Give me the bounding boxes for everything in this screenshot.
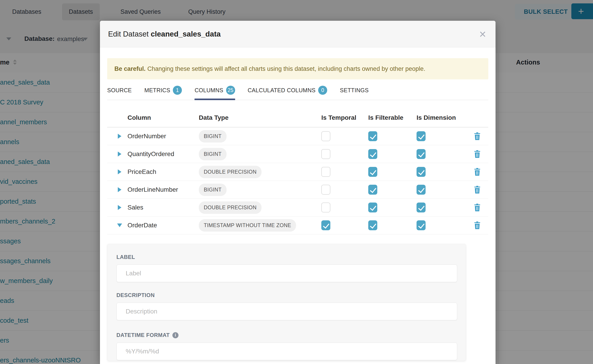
delete-icon[interactable] [473,168,481,176]
delete-icon[interactable] [473,203,481,212]
data-type-pill: BIGINT [199,148,227,160]
column-name: PriceEach [127,168,199,176]
is-temporal-checkbox[interactable] [321,202,330,212]
expand-caret-icon[interactable] [118,169,121,174]
column-row: OrderDate TIMESTAMP WITHOUT TIME ZONE [107,216,488,234]
warning-banner-text: Changing these settings will affect all … [147,65,425,72]
description-field-label: DESCRIPTION [116,292,457,298]
modal-body: Be careful. Changing these settings will… [100,58,495,361]
tab-count-badge: 0 [318,86,327,95]
warning-banner: Be careful. Changing these settings will… [107,58,488,79]
tab-metrics[interactable]: METRICS 1 [145,86,182,100]
edit-dataset-modal: Edit Dataset cleaned_sales_data × Be car… [100,21,495,364]
header-is-filterable: Is Filterable [368,114,416,121]
column-name: OrderNumber [127,133,199,140]
is-temporal-checkbox[interactable] [321,220,330,230]
modal-title-dataset-name: cleaned_sales_data [151,30,221,38]
delete-icon[interactable] [473,221,481,230]
modal-title-prefix: Edit Dataset [108,30,151,38]
tab-count-badge: 25 [226,86,235,95]
data-type-pill: BIGINT [199,184,227,196]
info-icon[interactable]: i [172,332,178,338]
expand-caret-icon[interactable] [117,223,122,227]
close-icon[interactable]: × [478,28,488,40]
header-data-type: Data Type [199,114,321,121]
modal-header: Edit Dataset cleaned_sales_data × [100,21,495,47]
tab-calculated-columns[interactable]: CALCULATED COLUMNS 0 [248,86,327,100]
tab-label: METRICS [145,87,170,94]
columns-table-header: Column Data Type Is Temporal Is Filterab… [107,108,488,127]
description-input[interactable] [116,303,457,320]
column-row: PriceEach DOUBLE PRECISION [107,163,488,181]
header-is-temporal: Is Temporal [321,114,368,121]
is-temporal-checkbox[interactable] [321,185,330,195]
expand-caret-icon[interactable] [118,187,121,192]
label-input[interactable] [116,265,457,282]
delete-icon[interactable] [473,132,481,141]
column-name: OrderDate [127,222,199,229]
datetime-format-input[interactable] [116,343,457,360]
is-dimension-checkbox[interactable] [416,167,426,177]
data-type-pill: DOUBLE PRECISION [199,202,262,214]
tab-count-badge: 1 [173,86,182,95]
column-name: QuantityOrdered [127,150,199,158]
tab-label: COLUMNS [195,87,223,94]
is-dimension-checkbox[interactable] [416,131,426,141]
is-filterable-checkbox[interactable] [368,149,377,159]
delete-icon[interactable] [473,185,481,194]
is-temporal-checkbox[interactable] [321,167,330,177]
tab-label: SOURCE [107,87,132,94]
is-dimension-checkbox[interactable] [416,202,426,212]
is-temporal-checkbox[interactable] [321,149,330,159]
warning-banner-bold: Be careful. [114,65,145,72]
tab-label: SETTINGS [340,87,369,94]
expand-caret-icon[interactable] [118,205,121,210]
delete-icon[interactable] [473,150,481,158]
column-name: Sales [127,204,199,211]
tab-source[interactable]: SOURCE [107,86,132,100]
header-is-dimension: Is Dimension [416,114,466,121]
expand-caret-icon[interactable] [118,152,121,156]
label-field-label: LABEL [116,254,457,260]
data-type-pill: BIGINT [199,130,227,143]
datetime-format-field-label: DATETIME FORMAT i [116,332,457,338]
data-type-pill: TIMESTAMP WITHOUT TIME ZONE [199,219,296,232]
is-filterable-checkbox[interactable] [368,202,377,212]
datetime-format-label-text: DATETIME FORMAT [116,332,170,338]
is-filterable-checkbox[interactable] [368,167,377,177]
expand-caret-icon[interactable] [118,134,121,139]
is-dimension-checkbox[interactable] [416,185,426,195]
is-dimension-checkbox[interactable] [416,220,426,230]
is-filterable-checkbox[interactable] [368,131,377,141]
is-filterable-checkbox[interactable] [368,220,377,230]
header-column: Column [127,114,199,121]
column-row: OrderLineNumber BIGINT [107,181,488,199]
data-type-pill: DOUBLE PRECISION [199,166,262,178]
tab-columns[interactable]: COLUMNS 25 [195,86,235,100]
column-row: Sales DOUBLE PRECISION [107,199,488,216]
tab-settings[interactable]: SETTINGS [340,86,369,100]
modal-tabs: SOURCE METRICS 1 COLUMNS 25 CALCULATED C… [107,86,488,100]
is-temporal-checkbox[interactable] [321,131,330,141]
modal-title: Edit Dataset cleaned_sales_data [108,30,221,38]
columns-table: Column Data Type Is Temporal Is Filterab… [107,108,488,234]
tab-label: CALCULATED COLUMNS [248,87,316,94]
is-dimension-checkbox[interactable] [416,149,426,159]
column-name: OrderLineNumber [127,186,199,193]
column-detail-panel: LABEL DESCRIPTION DATETIME FORMAT i [107,244,466,361]
column-row: OrderNumber BIGINT [107,127,488,145]
is-filterable-checkbox[interactable] [368,185,377,195]
column-row: QuantityOrdered BIGINT [107,145,488,163]
